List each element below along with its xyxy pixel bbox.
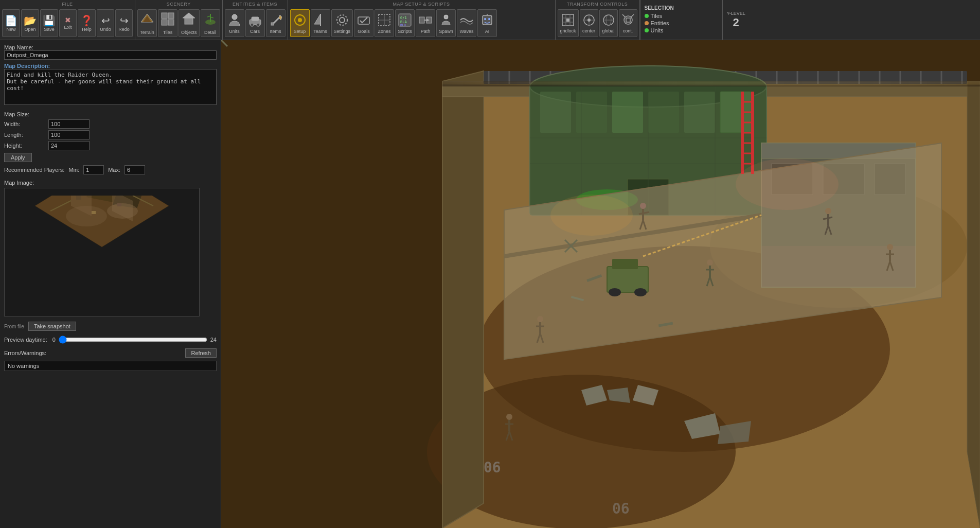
help-label: Help: [82, 27, 92, 32]
global-icon: [602, 13, 615, 28]
no-warnings: No warnings: [4, 361, 217, 371]
svg-point-189: [550, 195, 633, 236]
setup-button[interactable]: Setup: [290, 9, 310, 37]
scenery-buttons: Terrain Tiles: [137, 8, 220, 39]
recommended-row: Recommended Players: Min: Max:: [4, 165, 217, 174]
svg-marker-23: [314, 14, 320, 24]
svg-point-41: [484, 18, 486, 20]
tiles-button[interactable]: Tiles: [158, 9, 177, 37]
svg-point-141: [609, 288, 621, 296]
svg-point-190: [736, 159, 839, 210]
scripts-button[interactable]: 0/1 BLA BLU Scripts: [395, 9, 415, 37]
cont-button[interactable]: cont.: [619, 9, 637, 37]
items-icon: [269, 13, 283, 28]
path-label: Path: [421, 29, 431, 34]
objects-button[interactable]: Objects: [179, 9, 200, 37]
left-panel: Map Name: Map Description: Find and kill…: [0, 40, 221, 528]
items-button[interactable]: Items: [266, 9, 286, 37]
terrain-label: Terrain: [140, 30, 154, 35]
teams-label: Teams: [313, 29, 327, 34]
ai-button[interactable]: AI: [477, 9, 497, 37]
tiles-icon: [161, 12, 175, 29]
svg-marker-19: [279, 15, 282, 20]
svg-point-26: [337, 15, 347, 25]
items-label: Items: [270, 29, 281, 34]
svg-point-39: [444, 15, 448, 19]
map-viewport[interactable]: 06 06: [221, 40, 980, 528]
cars-button[interactable]: Cars: [245, 9, 265, 37]
center-button[interactable]: center: [580, 9, 598, 37]
map-name-input[interactable]: [4, 50, 217, 60]
y-level-title: Y-LEVEL: [727, 11, 745, 16]
mapsetup-section-label: MAP SETUP & SCRIPTS: [290, 2, 553, 7]
gridlock-button[interactable]: gridlock: [558, 9, 579, 37]
tiles-selection-label: Tiles: [651, 13, 663, 19]
take-snapshot-button[interactable]: Take snapshot: [28, 322, 76, 331]
svg-rect-193: [442, 81, 980, 86]
length-input[interactable]: [48, 130, 90, 139]
spawn-button[interactable]: Spawn: [436, 9, 456, 37]
svg-point-167: [825, 208, 831, 214]
goals-icon: [357, 13, 371, 28]
new-label: New: [6, 27, 15, 32]
cont-label: cont.: [623, 29, 633, 33]
svg-point-21: [298, 18, 302, 22]
terrain-icon: [140, 12, 154, 29]
svg-rect-18: [271, 23, 274, 25]
teams-icon: [313, 13, 328, 28]
exit-button[interactable]: ✖ Exit: [59, 9, 77, 37]
teams-button[interactable]: Teams: [311, 9, 330, 37]
svg-point-53: [587, 19, 591, 22]
exit-icon: ✖: [65, 16, 71, 24]
save-button[interactable]: 💾 Save: [40, 9, 58, 37]
detail-button[interactable]: Detail: [201, 9, 220, 37]
svg-rect-6: [185, 18, 193, 24]
refresh-button[interactable]: Refresh: [185, 348, 217, 358]
redo-button[interactable]: ↪ Redo: [115, 9, 133, 37]
svg-point-162: [640, 203, 646, 209]
width-input[interactable]: [48, 119, 90, 129]
errors-row: Errors/Warnings: Refresh: [4, 348, 217, 358]
open-icon: 📂: [24, 15, 37, 26]
svg-text:BLU: BLU: [400, 23, 406, 27]
waves-button[interactable]: Waves: [457, 9, 476, 37]
units-label: Units: [229, 29, 240, 34]
settings-button[interactable]: Settings: [331, 9, 353, 37]
min-input[interactable]: [83, 165, 104, 174]
svg-point-177: [506, 414, 512, 420]
selection-tiles[interactable]: Tiles: [645, 13, 718, 19]
undo-button[interactable]: ↩ Undo: [97, 9, 114, 37]
length-label: Length:: [4, 132, 45, 138]
zones-icon: [377, 13, 391, 28]
width-label: Width:: [4, 121, 45, 127]
height-input[interactable]: [48, 141, 90, 150]
terrain-button[interactable]: Terrain: [137, 9, 157, 37]
selection-units[interactable]: Units: [645, 27, 718, 33]
scenery-section: SCENERY Terrain: [135, 0, 223, 40]
zones-button[interactable]: Zones: [375, 9, 394, 37]
from-file-label: From file: [4, 324, 24, 329]
help-button[interactable]: ❓ Help: [78, 9, 96, 37]
max-input[interactable]: [124, 165, 145, 174]
detail-icon: [203, 12, 218, 29]
path-button[interactable]: Path: [416, 9, 435, 37]
help-icon: ❓: [80, 15, 93, 26]
svg-text:06: 06: [612, 500, 630, 517]
svg-point-12: [232, 14, 237, 20]
goals-label: Goals: [358, 29, 370, 34]
svg-rect-49: [566, 19, 569, 22]
map-scene: 06 06: [221, 40, 980, 528]
apply-button[interactable]: Apply: [4, 153, 32, 162]
map-name-section: Map Name:: [4, 44, 217, 60]
map-description-input[interactable]: Find and kill the Raider Queen. But be c…: [4, 69, 217, 105]
preview-slider[interactable]: [59, 336, 207, 343]
new-button[interactable]: 📄 New: [2, 9, 20, 37]
global-button[interactable]: global: [599, 9, 618, 37]
tiles-label: Tiles: [163, 30, 173, 35]
units-button[interactable]: Units: [225, 9, 244, 37]
open-button[interactable]: 📂 Open: [21, 9, 39, 37]
global-label: global: [602, 29, 615, 33]
entities-section: ENTITIES & ITEMS Units: [223, 0, 288, 40]
selection-entities[interactable]: Entities: [645, 20, 718, 26]
goals-button[interactable]: Goals: [354, 9, 373, 37]
